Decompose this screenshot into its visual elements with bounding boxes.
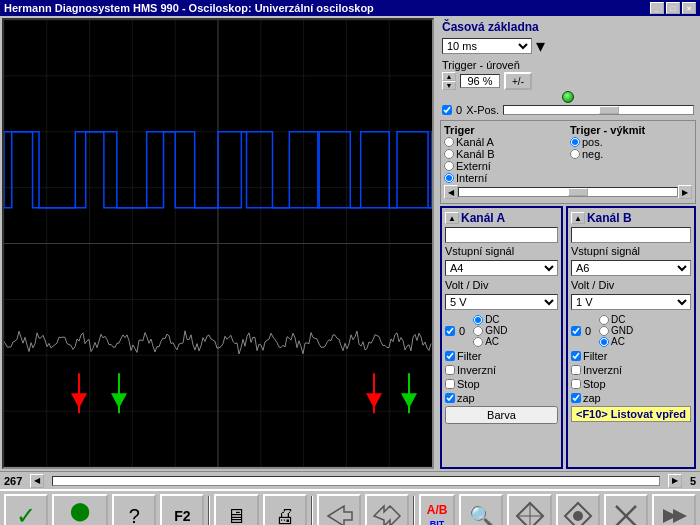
xpos-checkbox[interactable] xyxy=(442,105,452,115)
kanal-b-inverzni-row: Inverzní xyxy=(571,364,691,376)
kanal-b-filter-row: Filter xyxy=(571,350,691,362)
trigger-scroll-track[interactable] xyxy=(458,187,678,197)
kanal-b-ch-checkbox[interactable] xyxy=(571,326,581,336)
kanal-a-gnd-row: GND xyxy=(473,325,507,336)
osc-canvas xyxy=(4,20,432,467)
plus-minus-btn[interactable]: +/- xyxy=(504,72,532,90)
trigger-vykmt-col: Triger - výkmit pos. neg. xyxy=(570,124,692,184)
trigger-vykmt-title: Triger - výkmit xyxy=(570,124,692,136)
svg-marker-0 xyxy=(328,506,352,525)
kanal-b-volt-select[interactable]: 1 V100 mV200 mV500 mV2 V5 V10 V xyxy=(571,294,691,310)
trigger-pos-radio[interactable] xyxy=(570,137,580,147)
kanal-b-inverzni-label: Inverzní xyxy=(583,364,622,376)
kanal-a-barva-btn[interactable]: Barva xyxy=(445,406,558,424)
spin-up[interactable]: ▲ xyxy=(442,72,456,81)
cross-tool-btn[interactable] xyxy=(604,494,648,525)
status-scroll-track[interactable] xyxy=(52,476,660,486)
diamond-tool-btn[interactable] xyxy=(507,494,551,525)
kanal-b-stop-cb[interactable] xyxy=(571,379,581,389)
arrow-right-tool-btn[interactable] xyxy=(317,494,361,525)
diamond-icon xyxy=(515,501,545,525)
trigger-kanal-a-radio[interactable] xyxy=(444,137,454,147)
kanal-a-inverzni-cb[interactable] xyxy=(445,365,455,375)
kanal-b-ch-label: 0 xyxy=(585,325,591,337)
kanal-b-zap-cb[interactable] xyxy=(571,393,581,403)
trigger-interni-radio[interactable] xyxy=(444,173,454,183)
kanal-b-title: Kanál B xyxy=(587,211,632,225)
trigger-externi-radio[interactable] xyxy=(444,161,454,171)
trigger-panels: Triger Kanál A Kanál B Externí xyxy=(444,124,692,184)
trigger-kanal-a-row: Kanál A xyxy=(444,136,566,148)
ab-tool-btn[interactable]: A/B BIT xyxy=(419,494,455,525)
kanal-a-input-select[interactable]: A4A1A2A3A5A6 xyxy=(445,260,558,276)
kanal-a-filter-label: Filter xyxy=(457,350,481,362)
kanal-b-inverzni-cb[interactable] xyxy=(571,365,581,375)
print-tool-btn[interactable]: 🖨 xyxy=(263,494,307,525)
arrow-double-tool-btn[interactable] xyxy=(365,494,409,525)
kanal-a-dc-label: DC xyxy=(485,314,499,325)
kanal-a-ch-checkbox[interactable] xyxy=(445,326,455,336)
trigger-kanal-b-radio[interactable] xyxy=(444,149,454,159)
xpos-label: X-Pos. xyxy=(466,104,499,116)
trigger-value: 96 % xyxy=(460,74,500,88)
kanal-a-ac-radio[interactable] xyxy=(473,337,483,347)
kanal-a-volt-select[interactable]: 5 V100 mV200 mV500 mV1 V2 V10 V xyxy=(445,294,558,310)
kanal-a-ch-label: 0 xyxy=(459,325,465,337)
kanal-a-filter-row: Filter xyxy=(445,350,558,362)
kanal-b-ac-radio[interactable] xyxy=(599,337,609,347)
kanal-a-sensor-name[interactable]: Hall sensor Mon xyxy=(445,227,558,243)
trigger-scroll-thumb[interactable] xyxy=(568,188,588,196)
fwd-tool-btn[interactable] xyxy=(652,494,696,525)
kanal-a-stop-cb[interactable] xyxy=(445,379,455,389)
trigger-kanal-a-label: Kanál A xyxy=(456,136,494,148)
f2-tool-btn[interactable]: F2 xyxy=(160,494,204,525)
spin-down[interactable]: ▼ xyxy=(442,81,456,90)
timebase-select[interactable]: 10 ms 1 ms 2 ms 5 ms 20 ms 50 ms 100 ms xyxy=(442,38,532,54)
scroll-left-btn[interactable]: ◀ xyxy=(444,185,458,199)
f2-icon: F2 xyxy=(174,509,190,523)
status-right-num: 5 xyxy=(690,475,696,487)
trigger-options: Triger Kanál A Kanál B Externí xyxy=(444,124,566,184)
xpos-thumb[interactable] xyxy=(599,106,619,114)
kanal-b-gnd-radio[interactable] xyxy=(599,326,609,336)
diamond2-tool-btn[interactable] xyxy=(556,494,600,525)
window-controls[interactable]: _ □ × xyxy=(650,2,696,14)
kanal-b-volt-div-label: Volt / Div xyxy=(571,279,691,291)
kanal-a-zap-cb[interactable] xyxy=(445,393,455,403)
oscilloscope-display xyxy=(2,18,434,469)
monitor-tool-btn[interactable]: 🖥 xyxy=(214,494,258,525)
kanal-a-filter-cb[interactable] xyxy=(445,351,455,361)
kanal-b-stop-label: Stop xyxy=(583,378,606,390)
zoom-icon: 🔍 xyxy=(469,506,494,525)
status-scroll-left[interactable]: ◀ xyxy=(30,474,44,488)
kanal-a-scroll-up[interactable]: ▲ xyxy=(445,212,459,224)
xpos-scrollbar[interactable] xyxy=(503,105,694,115)
kanal-a-dc-radio[interactable] xyxy=(473,315,483,325)
kanal-b-dc-radio[interactable] xyxy=(599,315,609,325)
minimize-button[interactable]: _ xyxy=(650,2,664,14)
kanal-a-panel: ▲ Kanál A Hall sensor Mon Vstupní signál… xyxy=(440,206,563,469)
help-tool-btn[interactable]: ? xyxy=(112,494,156,525)
trigger-spinner[interactable]: ▲ ▼ xyxy=(442,72,456,90)
record-tool-btn[interactable]: ⬤ 006006BB216B xyxy=(52,494,108,525)
kanal-b-input-select[interactable]: A6A1A2A3A4A5 xyxy=(571,260,691,276)
maximize-button[interactable]: □ xyxy=(666,2,680,14)
record-icon: ⬤ xyxy=(70,500,90,522)
kanal-b-zap-row: zap xyxy=(571,392,691,404)
close-button[interactable]: × xyxy=(682,2,696,14)
kanal-a-gnd-radio[interactable] xyxy=(473,326,483,336)
trigger-neg-radio[interactable] xyxy=(570,149,580,159)
kanal-a-inverzni-label: Inverzní xyxy=(457,364,496,376)
kanal-b-scroll-up[interactable]: ▲ xyxy=(571,212,585,224)
zoom-tool-btn[interactable]: 🔍 xyxy=(459,494,503,525)
cross-icon xyxy=(611,501,641,525)
trigger-kanal-b-label: Kanál B xyxy=(456,148,495,160)
trigger-scrollbar-area: ◀ ▶ xyxy=(444,185,692,199)
kanal-a-ac-label: AC xyxy=(485,336,499,347)
kanal-b-sensor-name[interactable]: Position sensor xyxy=(571,227,691,243)
kanal-b-filter-cb[interactable] xyxy=(571,351,581,361)
toolbar-divider-1 xyxy=(208,496,210,525)
scroll-right-btn[interactable]: ▶ xyxy=(678,185,692,199)
status-scroll-right[interactable]: ▶ xyxy=(668,474,682,488)
check-tool-btn[interactable]: ✓ xyxy=(4,494,48,525)
